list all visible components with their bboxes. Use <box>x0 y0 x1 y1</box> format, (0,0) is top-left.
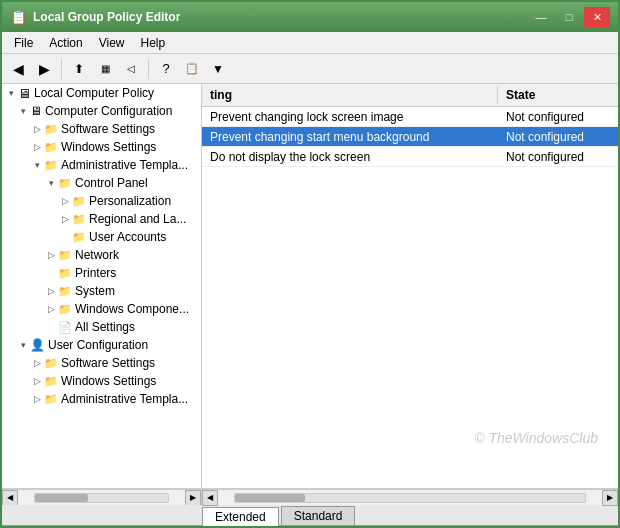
tree-label-ws: Windows Settings <box>61 140 156 154</box>
left-scroll-thumb <box>35 494 88 502</box>
expand-icon-cp: ▾ <box>44 178 58 188</box>
menu-action[interactable]: Action <box>41 34 90 52</box>
tree-item-user-software[interactable]: ▷ 📁 Software Settings <box>2 354 201 372</box>
left-scroll-right-btn[interactable]: ▶ <box>185 490 201 506</box>
expand-icon-wc: ▷ <box>44 304 58 314</box>
back-button-2[interactable]: ◁ <box>119 57 143 81</box>
right-scroll-thumb <box>235 494 305 502</box>
bottom-area: Extended Standard 3 setting(s) <box>2 504 618 528</box>
cell-setting-2: Prevent changing start menu background <box>202 128 498 146</box>
tree-item-user-accounts[interactable]: 📁 User Accounts <box>2 228 201 246</box>
cell-setting-3: Do not display the lock screen <box>202 148 498 166</box>
up-button[interactable]: ⬆ <box>67 57 91 81</box>
table-row-3[interactable]: Do not display the lock screen Not confi… <box>202 147 618 167</box>
export-button[interactable]: 📋 <box>180 57 204 81</box>
tree-item-computer-config[interactable]: ▾ 🖥 Computer Configuration <box>2 102 201 120</box>
col-header-state: State <box>498 86 618 104</box>
tree-label-ss: Software Settings <box>61 122 155 136</box>
title-bar: 📋 Local Group Policy Editor — □ ✕ <box>2 2 618 32</box>
tree-label-uadmin: Administrative Templa... <box>61 392 188 406</box>
left-scroll-track[interactable] <box>34 493 169 503</box>
tree-label-n: Network <box>75 248 119 262</box>
back-button[interactable]: ◀ <box>6 57 30 81</box>
table-row-selected[interactable]: Prevent changing start menu background N… <box>202 127 618 147</box>
tree-item-user-config[interactable]: ▾ 👤 User Configuration <box>2 336 201 354</box>
title-bar-text: Local Group Policy Editor <box>33 10 180 24</box>
tree-item-network[interactable]: ▷ 📁 Network <box>2 246 201 264</box>
tab-standard[interactable]: Standard <box>281 506 356 525</box>
table-header: ting State <box>202 84 618 107</box>
tree-label-sys: System <box>75 284 115 298</box>
tabs-row: Extended Standard <box>2 505 618 526</box>
cell-state-1: Not configured <box>498 108 618 126</box>
tree-item-windows-components[interactable]: ▷ 📁 Windows Compone... <box>2 300 201 318</box>
menu-help[interactable]: Help <box>133 34 174 52</box>
title-bar-controls: — □ ✕ <box>528 7 610 27</box>
right-scroll: ◀ ▶ <box>202 489 618 505</box>
tree-item-all-settings[interactable]: 📄 All Settings <box>2 318 201 336</box>
show-hide-button[interactable]: ▦ <box>93 57 117 81</box>
tree-item-software-settings[interactable]: ▷ 📁 Software Settings <box>2 120 201 138</box>
maximize-button[interactable]: □ <box>556 7 582 27</box>
minimize-button[interactable]: — <box>528 7 554 27</box>
tree-item-printers[interactable]: 📁 Printers <box>2 264 201 282</box>
tree-label-uc: User Configuration <box>48 338 148 352</box>
expand-icon-sys: ▷ <box>44 286 58 296</box>
tree-label-as: All Settings <box>75 320 135 334</box>
tree-item-regional[interactable]: ▷ 📁 Regional and La... <box>2 210 201 228</box>
tree-label-cp: Control Panel <box>75 176 148 190</box>
help-button[interactable]: ? <box>154 57 178 81</box>
tree-item-control-panel[interactable]: ▾ 📁 Control Panel <box>2 174 201 192</box>
expand-icon: ▾ <box>4 88 18 98</box>
cell-state-3: Not configured <box>498 148 618 166</box>
cell-setting-1: Prevent changing lock screen image <box>202 108 498 126</box>
tree-item-user-windows[interactable]: ▷ 📁 Windows Settings <box>2 372 201 390</box>
tree-item-windows-settings[interactable]: ▷ 📁 Windows Settings <box>2 138 201 156</box>
title-bar-icon: 📋 <box>10 9 27 25</box>
col-header-setting: ting <box>202 86 498 104</box>
tree-item-personalization[interactable]: ▷ 📁 Personalization <box>2 192 201 210</box>
expand-icon-p: ▷ <box>58 196 72 206</box>
tree-item-admin-templates[interactable]: ▾ 📁 Administrative Templa... <box>2 156 201 174</box>
menu-view[interactable]: View <box>91 34 133 52</box>
tree-label-pr: Printers <box>75 266 116 280</box>
expand-icon-uw: ▷ <box>30 376 44 386</box>
tab-extended[interactable]: Extended <box>202 507 279 526</box>
expand-icon-uc: ▾ <box>16 340 30 350</box>
toolbar-separator-1 <box>61 59 62 79</box>
window: 📋 Local Group Policy Editor — □ ✕ File A… <box>0 0 620 528</box>
tree-label-r: Regional and La... <box>89 212 186 226</box>
tree-root-label: Local Computer Policy <box>34 86 154 100</box>
close-button[interactable]: ✕ <box>584 7 610 27</box>
expand-icon-uadmin: ▷ <box>30 394 44 404</box>
right-scroll-right-btn[interactable]: ▶ <box>602 490 618 506</box>
right-scroll-left-btn[interactable]: ◀ <box>202 490 218 506</box>
tree-item-system[interactable]: ▷ 📁 System <box>2 282 201 300</box>
expand-icon-us: ▷ <box>30 358 44 368</box>
menu-file[interactable]: File <box>6 34 41 52</box>
table-row[interactable]: Prevent changing lock screen image Not c… <box>202 107 618 127</box>
menu-bar: File Action View Help <box>2 32 618 54</box>
right-panel: ting State Prevent changing lock screen … <box>202 84 618 488</box>
tree-item-user-admin[interactable]: ▷ 📁 Administrative Templa... <box>2 390 201 408</box>
expand-icon-n: ▷ <box>44 250 58 260</box>
left-scroll-left-btn[interactable]: ◀ <box>2 490 18 506</box>
expand-icon-r: ▷ <box>58 214 72 224</box>
tree-label-uw: Windows Settings <box>61 374 156 388</box>
filter-button[interactable]: ▼ <box>206 57 230 81</box>
toolbar-separator-2 <box>148 59 149 79</box>
table-body: Prevent changing lock screen image Not c… <box>202 107 618 488</box>
tree-root[interactable]: ▾ 🖥 Local Computer Policy <box>2 84 201 102</box>
left-scroll: ◀ ▶ <box>2 489 202 505</box>
forward-button[interactable]: ▶ <box>32 57 56 81</box>
tree-label-us: Software Settings <box>61 356 155 370</box>
expand-icon-ws: ▷ <box>30 142 44 152</box>
right-scroll-track[interactable] <box>234 493 586 503</box>
tree-label-p: Personalization <box>89 194 171 208</box>
toolbar: ◀ ▶ ⬆ ▦ ◁ ? 📋 ▼ <box>2 54 618 84</box>
tree-label-wc: Windows Compone... <box>75 302 189 316</box>
expand-icon-ss: ▷ <box>30 124 44 134</box>
tree-panel[interactable]: ▾ 🖥 Local Computer Policy ▾ 🖥 Computer C… <box>2 84 202 488</box>
cell-state-2: Not configured <box>498 128 618 146</box>
scroll-row: ◀ ▶ ◀ ▶ <box>2 488 618 504</box>
